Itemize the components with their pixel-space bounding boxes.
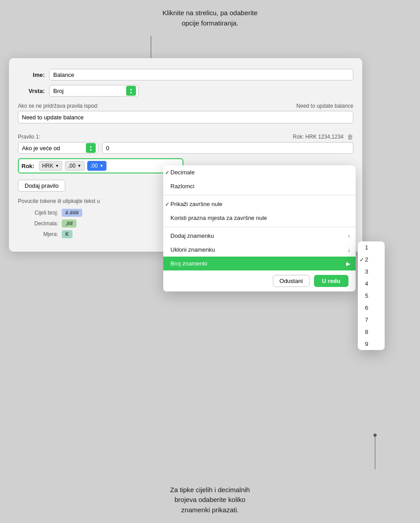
type-row: Vrsta: Broj <box>18 85 353 97</box>
rule-label: Pravilo 1: <box>18 134 40 140</box>
rule-right: Rok: HRK 1234,1234 🗑 <box>293 133 353 140</box>
dialog-buttons: Odustani U redu <box>163 270 356 291</box>
menu-item-koristi[interactable]: Koristi prazna mjesta za završne nule <box>163 211 356 225</box>
sub-item-4[interactable]: 4 <box>358 278 385 290</box>
menu-sep-2 <box>163 227 356 227</box>
sub-label-2: 2 <box>365 256 368 263</box>
checkmark-2: ✓ <box>360 257 364 263</box>
sub-menu: 1 ✓2 3 4 5 6 7 8 9 <box>358 241 385 350</box>
bottom-annotation: Za tipke cijelih i decimalnih brojeva od… <box>0 485 420 515</box>
sub-label-8: 8 <box>365 329 368 335</box>
sub-label-6: 6 <box>365 304 368 311</box>
sub-label-3: 3 <box>365 268 368 275</box>
type-select[interactable]: Broj <box>49 85 139 97</box>
checkmark-decimale: ✓ <box>165 169 170 176</box>
currency-chip[interactable]: HRK ▼ <box>39 161 62 171</box>
sub-item-1[interactable]: 1 <box>358 241 385 253</box>
validation-hint: Need to update balance <box>297 103 353 109</box>
scale-label: Mjera: <box>18 231 58 237</box>
validation-header: Ako se ne pridržava pravila ispod: Need … <box>18 103 353 109</box>
type-select-arrows[interactable] <box>126 86 136 96</box>
sub-item-5[interactable]: 5 <box>358 290 385 302</box>
decimal2-chip[interactable]: ,00 ▼ <box>87 161 107 171</box>
cancel-button[interactable]: Odustani <box>273 275 310 287</box>
menu-sep-1 <box>163 195 356 195</box>
top-annotation: Kliknite na strelicu, pa odaberite opcij… <box>0 8 420 28</box>
top-annotation-line1: Kliknite na strelicu, pa odaberite <box>0 8 420 18</box>
menu-label-decimale: Decimale <box>170 169 195 176</box>
sub-item-8[interactable]: 8 <box>358 326 385 338</box>
dodaj-up-arrow: ↑ <box>348 233 351 239</box>
validation-label: Ako se ne pridržava pravila ispod: <box>18 103 98 109</box>
sub-label-9: 9 <box>365 341 368 347</box>
menu-item-prikazi[interactable]: ✓ Prikaži završne nule <box>163 197 356 211</box>
menu-label-broj: Broj znamenki <box>170 260 207 267</box>
decimal2-chip-arrow: ▼ <box>99 164 103 168</box>
name-input[interactable] <box>49 69 353 80</box>
add-rule-button[interactable]: Dodaj pravilo <box>18 180 65 192</box>
menu-label-dodaj: Dodaj znamenku <box>170 232 214 239</box>
bottom-annotation-line3: znamenki prikazati. <box>0 505 420 515</box>
rule-select-arrows[interactable] <box>86 143 96 153</box>
type-label: Vrsta: <box>18 88 45 94</box>
type-select-container: Broj <box>49 85 139 97</box>
delete-rule-icon[interactable]: 🗑 <box>347 133 353 140</box>
menu-item-ukloni[interactable]: Ukloni znamenku ↓ <box>163 243 356 257</box>
decimal1-chip-arrow: ▼ <box>77 164 81 168</box>
integer-chip[interactable]: #.### <box>62 209 82 217</box>
rule-header: Pravilo 1: Rok: HRK 1234,1234 🗑 <box>18 133 353 140</box>
ok-button[interactable]: U redu <box>314 275 348 287</box>
sub-item-9[interactable]: 9 <box>358 338 385 350</box>
validation-input[interactable] <box>18 111 353 123</box>
sub-label-4: 4 <box>365 280 368 287</box>
annotation-line-bottom <box>375 434 375 469</box>
menu-item-broj[interactable]: Broj znamenki ▶ <box>163 257 356 270</box>
decimal1-value: ,00 <box>68 163 76 169</box>
menu-label-prikazi: Prikaži završne nule <box>170 201 222 207</box>
rule-section: Pravilo 1: Rok: HRK 1234,1234 🗑 Ako je v… <box>18 133 353 154</box>
scale-chip[interactable]: K <box>62 230 72 238</box>
sub-label-5: 5 <box>365 292 368 299</box>
menu-label-ukloni: Ukloni znamenku <box>170 246 215 253</box>
sub-label-7: 7 <box>365 316 368 323</box>
sub-item-6[interactable]: 6 <box>358 302 385 314</box>
ukloni-down-arrow: ↓ <box>348 247 351 253</box>
decimal1-chip[interactable]: ,00 ▼ <box>65 161 85 171</box>
menu-item-dodaj[interactable]: Dodaj znamenku ↑ <box>163 229 356 243</box>
name-label: Ime: <box>18 72 45 78</box>
sub-label-1: 1 <box>365 244 368 251</box>
currency-value: HRK <box>42 163 53 169</box>
checkmark-prikazi: ✓ <box>165 201 170 207</box>
dropdown-menu: ✓ Decimale Razlomci ✓ Prikaži završne nu… <box>163 165 356 291</box>
format-row: Rok: HRK ▼ ,00 ▼ ,00 ▼ <box>18 158 183 173</box>
sub-item-7[interactable]: 7 <box>358 314 385 326</box>
menu-item-razlomci[interactable]: Razlomci <box>163 179 356 193</box>
decimal2-value: ,00 <box>90 163 98 169</box>
bottom-annotation-line1: Za tipke cijelih i decimalnih <box>0 485 420 495</box>
menu-label-koristi: Koristi prazna mjesta za završne nule <box>170 215 267 221</box>
rule-hint: Rok: HRK 1234,1234 <box>293 134 344 140</box>
rule-value-input[interactable] <box>102 142 353 154</box>
name-row: Ime: <box>18 69 353 80</box>
sub-item-2[interactable]: ✓2 <box>358 253 385 266</box>
broj-submenu-arrow: ▶ <box>346 261 350 267</box>
decimal-label: Decimala: <box>18 220 58 227</box>
rule-condition-row: Ako je veće od <box>18 142 353 154</box>
rule-select-container: Ako je veće od <box>18 142 98 154</box>
validation-section: Ako se ne pridržava pravila ispod: Need … <box>18 103 353 130</box>
menu-item-decimale[interactable]: ✓ Decimale <box>163 165 356 179</box>
menu-label-razlomci: Razlomci <box>170 183 194 190</box>
sub-item-3[interactable]: 3 <box>358 266 385 278</box>
top-annotation-line2: opcije formatiranja. <box>0 18 420 29</box>
bottom-annotation-line2: brojeva odaberite koliko <box>0 495 420 505</box>
currency-chip-arrow: ▼ <box>55 164 59 168</box>
integer-label: Cijeli broj: <box>18 210 58 216</box>
decimal-chip[interactable]: ,## <box>62 219 76 228</box>
format-row-label: Rok: <box>21 163 34 169</box>
